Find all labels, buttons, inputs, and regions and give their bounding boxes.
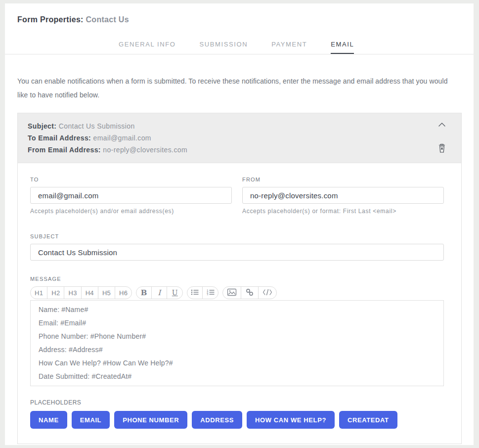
notification-summary-panel: Subject: Contact Us Submission To Email … (18, 113, 461, 163)
subject-input[interactable] (30, 244, 444, 261)
delete-notification-button[interactable] (436, 142, 447, 154)
tab-bar: GENERAL INFO SUBMISSION PAYMENT EMAIL (119, 41, 354, 54)
page-title-form-name: Contact Us (86, 15, 129, 24)
subject-field-label: SUBJECT (30, 233, 444, 240)
list-button-group: 123 (187, 286, 218, 299)
summary-from-label: From Email Address: (28, 146, 101, 154)
summary-from-row: From Email Address: no-reply@cloversites… (28, 144, 451, 156)
collapse-notification-button[interactable] (436, 121, 447, 128)
insert-image-button[interactable] (223, 287, 241, 299)
tab-general-info[interactable]: GENERAL INFO (119, 41, 176, 54)
bullet-list-button[interactable] (187, 287, 203, 299)
summary-to-label: To Email Address: (28, 134, 91, 142)
message-editor[interactable]: Name: #Name# Email: #Email# Phone Number… (30, 300, 444, 386)
to-from-row: TO Accepts placeholder(s) and/or email a… (30, 176, 444, 215)
tab-payment[interactable]: PAYMENT (271, 41, 307, 54)
heading-4-button[interactable]: H4 (82, 287, 98, 299)
message-field-group: MESSAGE H1 H2 H3 H4 H5 H6 B I U (30, 275, 444, 386)
link-icon (245, 288, 254, 298)
placeholder-name-button[interactable]: NAME (30, 411, 67, 429)
format-button-group: B I U (136, 286, 183, 299)
summary-to-row: To Email Address: email@gmail.com (28, 132, 451, 144)
heading-6-button[interactable]: H6 (115, 287, 131, 299)
message-line: Name: #Name# (39, 303, 435, 316)
placeholders-label: PLACEHOLDERS (30, 399, 444, 406)
heading-3-button[interactable]: H3 (64, 287, 81, 299)
heading-2-button[interactable]: H2 (47, 287, 64, 299)
email-notification-card: Subject: Contact Us Submission To Email … (17, 113, 462, 444)
placeholder-button-row: NAME EMAIL PHONE NUMBER ADDRESS HOW CAN … (30, 411, 444, 429)
message-line: How Can We Help? #How Can We Help?# (39, 357, 435, 370)
code-icon (262, 289, 272, 297)
summary-subject-label: Subject: (28, 122, 56, 130)
placeholders-section: PLACEHOLDERS NAME EMAIL PHONE NUMBER ADD… (30, 399, 444, 429)
insert-button-group (222, 286, 277, 299)
insert-code-button[interactable] (259, 287, 276, 299)
tab-submission[interactable]: SUBMISSION (200, 41, 248, 54)
to-field-label: TO (30, 176, 232, 183)
heading-1-button[interactable]: H1 (31, 287, 47, 299)
page-title: Form Properties: Contact Us (17, 15, 129, 24)
email-tab-description: You can enable notifications when a form… (17, 74, 454, 102)
to-field-group: TO Accepts placeholder(s) and/or email a… (30, 176, 232, 215)
from-input[interactable] (242, 187, 444, 204)
summary-from-value: no-reply@cloversites.com (103, 146, 187, 154)
summary-subject-row: Subject: Contact Us Submission (28, 120, 451, 132)
from-field-label: FROM (242, 176, 444, 183)
summary-subject-value: Contact Us Submission (59, 122, 135, 130)
to-field-hint: Accepts placeholder(s) and/or email addr… (30, 208, 232, 215)
tab-email[interactable]: EMAIL (331, 41, 354, 54)
summary-to-value: email@gmail.com (93, 134, 151, 142)
message-line: Email: #Email# (39, 316, 435, 330)
heading-5-button[interactable]: H5 (98, 287, 115, 299)
numbered-list-icon: 123 (206, 288, 215, 298)
insert-link-button[interactable] (241, 287, 259, 299)
italic-button[interactable]: I (152, 287, 167, 299)
chevron-up-icon (437, 121, 446, 129)
modal-header: Form Properties: Contact Us GENERAL INFO… (5, 3, 474, 54)
placeholder-how-can-we-help-button[interactable]: HOW CAN WE HELP? (247, 411, 335, 429)
svg-text:3: 3 (207, 292, 208, 295)
trash-icon (437, 147, 446, 155)
form-properties-modal: Form Properties: Contact Us GENERAL INFO… (5, 3, 474, 445)
rich-text-toolbar: H1 H2 H3 H4 H5 H6 B I U (30, 286, 444, 299)
from-field-hint: Accepts placeholder(s) or format: First … (242, 208, 444, 215)
from-field-group: FROM Accepts placeholder(s) or format: F… (242, 176, 444, 215)
message-line: Address: #Address# (39, 343, 435, 357)
message-line: Date Submitted: #CreatedAt# (39, 370, 435, 383)
placeholder-phone-number-button[interactable]: PHONE NUMBER (114, 411, 187, 429)
numbered-list-button[interactable]: 123 (203, 287, 218, 299)
underline-button[interactable]: U (167, 287, 182, 299)
placeholder-createdat-button[interactable]: CREATEDAT (339, 411, 397, 429)
placeholder-address-button[interactable]: ADDRESS (192, 411, 242, 429)
page-title-label: Form Properties: (17, 15, 84, 24)
image-icon (227, 288, 237, 298)
bold-button[interactable]: B (136, 287, 152, 299)
message-line: Phone Number: #Phone Number# (39, 330, 435, 343)
heading-button-group: H1 H2 H3 H4 H5 H6 (30, 286, 132, 299)
subject-field-group: SUBJECT (30, 233, 444, 261)
to-input[interactable] (30, 187, 232, 204)
message-field-label: MESSAGE (30, 275, 444, 282)
notification-form-body: TO Accepts placeholder(s) and/or email a… (18, 163, 461, 444)
bullet-list-icon (190, 288, 199, 298)
placeholder-email-button[interactable]: EMAIL (72, 411, 110, 429)
